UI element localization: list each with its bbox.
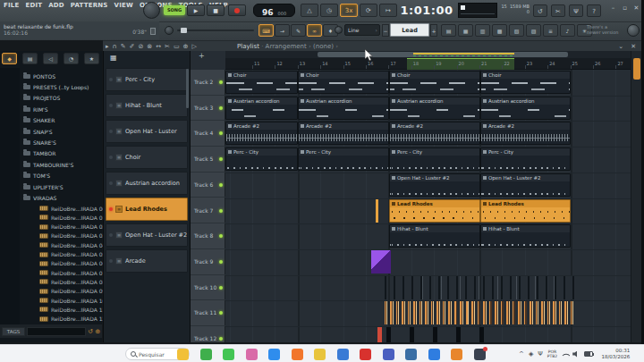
browser-toggle-icon[interactable]: ▧: [509, 24, 524, 37]
slice-icon[interactable]: ✂: [165, 42, 170, 51]
track-header[interactable]: Track 12: [191, 326, 225, 342]
browser-folder[interactable]: TAMBOR: [23, 148, 55, 159]
clip[interactable]: Austrian accordion: [225, 97, 298, 120]
browser-folder[interactable]: TOM'S: [23, 171, 50, 181]
track-mute-led[interactable]: [219, 157, 223, 161]
delete-icon[interactable]: ⊘: [138, 42, 143, 51]
track-header[interactable]: Track 10: [191, 275, 225, 301]
clip[interactable]: [371, 250, 391, 274]
track-lane[interactable]: Lead RhodesLead Rhodes: [225, 198, 631, 224]
maximize-button[interactable]: ▫: [621, 4, 629, 13]
draw-icon[interactable]: ✎: [291, 24, 306, 37]
browser-file[interactable]: ReiDoBre...IRADA 07: [39, 268, 106, 277]
snap-selector[interactable]: Line: [344, 24, 380, 36]
browser-folder[interactable]: SNAP'S: [23, 126, 52, 137]
track-header[interactable]: Track 3: [191, 96, 225, 122]
browser-folder[interactable]: PRESETS (..ty Loops): [23, 81, 89, 92]
project-picker-toggle-icon[interactable]: ≡: [543, 24, 558, 37]
clip[interactable]: Arcade #2: [389, 122, 480, 145]
record-button[interactable]: [228, 4, 246, 16]
track-mute-led[interactable]: [219, 80, 223, 84]
refresh-icon[interactable]: ↺: [88, 327, 93, 336]
track-lane[interactable]: Perc - CityPerc - CityPerc - CityPerc - …: [225, 147, 631, 173]
vertical-scrollbar-thumb[interactable]: [633, 58, 640, 80]
tray-mic-icon[interactable]: Ψ: [538, 350, 543, 358]
tags-button[interactable]: TAGS: [2, 327, 25, 336]
clock[interactable]: 00:31 18/03/2026: [597, 348, 630, 360]
pattern-selector[interactable]: Lead Rhodes: [390, 23, 429, 37]
minimize-button[interactable]: –: [609, 4, 617, 13]
audio-preview-icon[interactable]: ◁: [43, 53, 58, 64]
favorites-icon[interactable]: ★: [84, 53, 99, 64]
browser-folder[interactable]: SNARE'S: [23, 137, 56, 147]
teams-icon[interactable]: [383, 349, 394, 360]
track-mute-led[interactable]: [219, 131, 223, 135]
volume-icon[interactable]: [572, 351, 580, 358]
browser-file[interactable]: ReiDoBre...IRADA 01: [39, 213, 106, 222]
master-volume-slider[interactable]: [177, 29, 254, 31]
clip[interactable]: Perc - City: [389, 147, 480, 171]
tempo-display[interactable]: 96 000: [253, 4, 295, 17]
clip[interactable]: Hihat - Blunt: [480, 224, 571, 248]
clip[interactable]: Perc - City: [480, 147, 571, 171]
track-mute-led[interactable]: [219, 260, 223, 264]
update-notice[interactable]: There's a newer version: [587, 24, 626, 35]
clip-selected[interactable]: Lead Rhodes: [389, 199, 480, 223]
clip[interactable]: [385, 301, 576, 324]
clip[interactable]: Arcade #2: [480, 122, 571, 145]
step-edit-icon[interactable]: ↦: [379, 4, 397, 17]
piano-roll-toggle-icon[interactable]: ▦: [458, 24, 473, 37]
discord-icon[interactable]: [474, 349, 486, 360]
add-track-icon[interactable]: +: [199, 52, 205, 60]
browser-folder[interactable]: PROJETOS: [23, 93, 60, 104]
menu-file[interactable]: FILE: [4, 2, 19, 9]
track-lane[interactable]: Open Hat - Luster #2Open Hat - Luster #2: [225, 173, 631, 198]
clip[interactable]: Open Hat - Luster #2: [389, 173, 480, 197]
pattern-item[interactable]: ≡Hihat - Blunt: [106, 94, 188, 117]
song-mode-toggle[interactable]: SONG: [164, 5, 185, 15]
browser-folder[interactable]: SHAKER: [23, 115, 55, 126]
countdown-icon[interactable]: 3x: [340, 4, 358, 17]
pattern-previous-button[interactable]: −: [382, 24, 389, 37]
mixer-toggle-icon[interactable]: ▩: [492, 24, 507, 37]
track-mute-led[interactable]: [219, 209, 223, 213]
battery-icon[interactable]: [584, 351, 593, 357]
touch-keyboard-toggle-icon[interactable]: ♪: [560, 24, 575, 37]
browser-file[interactable]: ReiDoBre...IRADA 03: [39, 232, 106, 240]
chrome-icon[interactable]: [314, 349, 326, 360]
mic-icon[interactable]: Ψ: [569, 4, 583, 17]
track-lane[interactable]: Arcade #2Arcade #2Arcade #2Arcade #2: [225, 121, 631, 147]
pattern-item[interactable]: ≡Austrian accordion: [106, 172, 188, 195]
browser-folder[interactable]: RIM'S: [23, 104, 48, 114]
file-explorer-icon[interactable]: [177, 349, 189, 360]
playlist-lanes[interactable]: ChoirChoirChoirChoirAustrian accordionAu…: [225, 70, 631, 342]
clip[interactable]: Arcade #2: [225, 122, 298, 145]
track-header[interactable]: Track 4: [191, 121, 225, 147]
tray-chevron-icon[interactable]: ^: [519, 350, 524, 358]
find-icon[interactable]: ⊕: [95, 327, 100, 336]
edge-icon[interactable]: [268, 349, 280, 360]
clip[interactable]: Austrian accordion: [389, 97, 480, 120]
playlist-collapse-icon[interactable]: ⌄: [618, 43, 623, 50]
scrollbar-thumb[interactable]: [318, 52, 568, 57]
browser-file[interactable]: ReiDoBre...IRADA 10: [39, 296, 106, 305]
metronome-icon[interactable]: △: [301, 4, 318, 17]
browser-file[interactable]: ReiDoBre...IRADA 08: [39, 277, 106, 286]
typing-keyboard-icon[interactable]: ⌨: [258, 24, 274, 37]
browser-folder[interactable]: VIRADAS: [23, 192, 56, 203]
clip[interactable]: [377, 327, 382, 342]
close-button[interactable]: ✕: [632, 4, 640, 13]
step-arrow-icon[interactable]: →: [275, 24, 290, 37]
clip[interactable]: Perc - City: [225, 147, 298, 171]
playlist-close-icon[interactable]: ✕: [631, 43, 636, 50]
clip[interactable]: Perc - City: [298, 147, 389, 171]
pencil-icon[interactable]: ✎: [121, 42, 126, 51]
track-header[interactable]: Track 5: [191, 147, 225, 173]
track-lane[interactable]: ChoirChoirChoirChoir: [225, 70, 631, 96]
track-header[interactable]: Track 6: [191, 173, 225, 198]
loop-record-icon[interactable]: ⟳: [360, 4, 377, 17]
browser-file[interactable]: ReiDoBre...IRADA 05: [39, 250, 106, 259]
plugin-picker-toggle-icon[interactable]: ▨: [526, 24, 541, 37]
history-icon[interactable]: ◔: [64, 53, 79, 64]
stop-button[interactable]: ■: [207, 4, 225, 16]
